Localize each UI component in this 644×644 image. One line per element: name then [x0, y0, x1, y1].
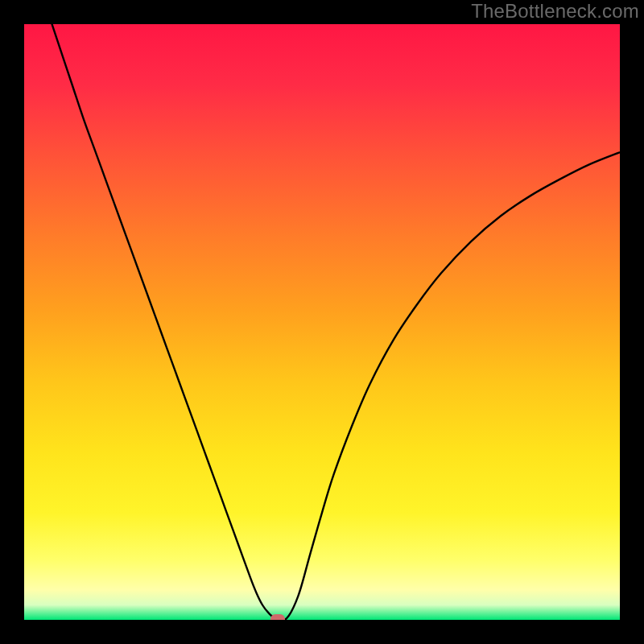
chart-svg	[24, 24, 620, 620]
chart-frame: TheBottleneck.com	[0, 0, 644, 644]
gradient-background	[24, 24, 620, 620]
watermark-text: TheBottleneck.com	[471, 0, 639, 23]
minimum-marker	[270, 614, 285, 620]
plot-area	[24, 24, 620, 620]
